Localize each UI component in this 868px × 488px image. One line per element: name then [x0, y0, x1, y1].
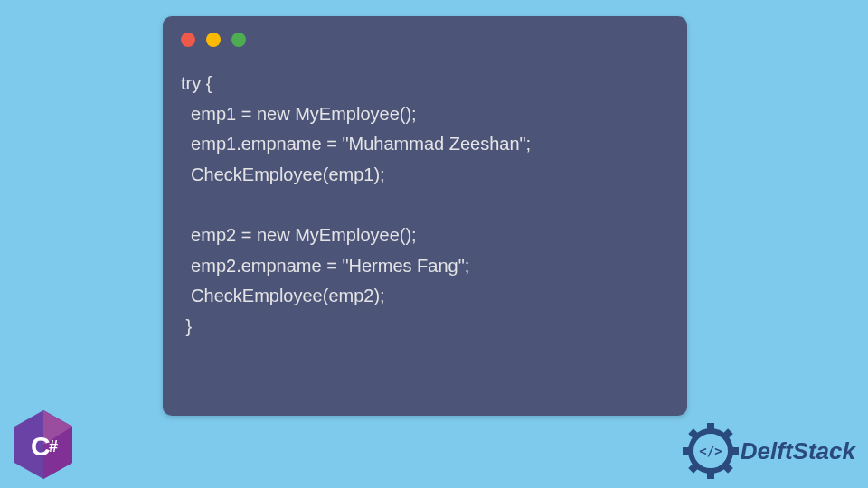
csharp-hash: # [49, 437, 58, 455]
code-window: try { emp1 = new MyEmployee(); emp1.empn… [163, 16, 687, 416]
code-line: try { [181, 73, 212, 93]
code-line: emp1 = new MyEmployee(); [181, 104, 417, 124]
code-line: emp2.empname = "Hermes Fang"; [181, 256, 469, 276]
maximize-dot-icon [231, 33, 246, 47]
svg-rect-11 [683, 447, 692, 455]
minimize-dot-icon [206, 33, 221, 47]
csharp-badge-icon: C # [11, 408, 76, 481]
svg-rect-7 [730, 447, 739, 455]
delftstack-gear-icon: </> [683, 423, 739, 479]
code-line: emp2 = new MyEmployee(); [181, 225, 417, 245]
svg-text:C: C [31, 431, 51, 461]
delftstack-brand-text: DelftStack [741, 437, 855, 465]
window-controls [163, 16, 687, 56]
code-line: CheckEmployee(emp1); [181, 164, 385, 184]
svg-rect-9 [707, 470, 714, 479]
close-dot-icon [181, 33, 195, 47]
svg-text:</>: </> [699, 444, 722, 458]
code-line: emp1.empname = "Muhammad Zeeshan"; [181, 134, 531, 154]
svg-rect-5 [707, 423, 714, 432]
code-content: try { emp1 = new MyEmployee(); emp1.empn… [163, 56, 687, 358]
code-line: CheckEmployee(emp2); [181, 286, 385, 305]
code-line: } [181, 316, 192, 336]
delftstack-logo: </> DelftStack [683, 423, 855, 479]
